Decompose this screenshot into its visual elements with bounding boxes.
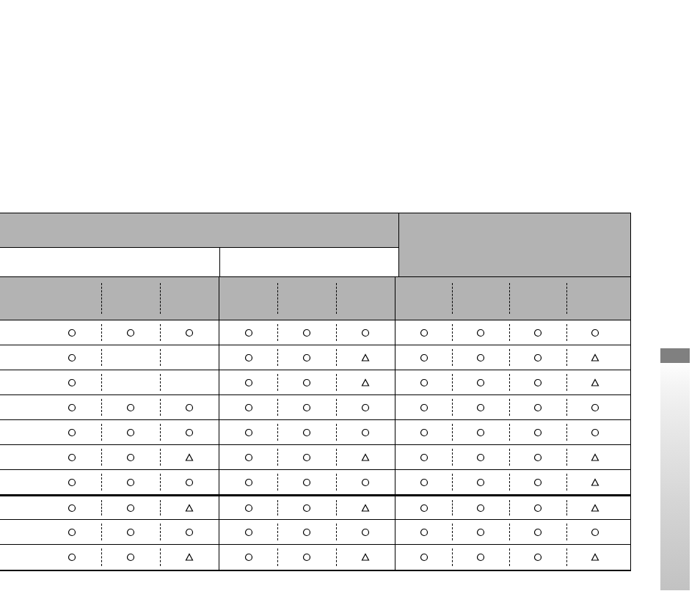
cell: [566, 395, 624, 419]
circle-icon: [476, 504, 485, 513]
circle-icon: [361, 478, 370, 487]
triangle-icon: [185, 453, 194, 462]
circle-icon: [420, 453, 429, 462]
cell: [43, 420, 101, 444]
cell: [219, 420, 277, 444]
circle-icon: [476, 353, 485, 362]
row-label: [0, 420, 43, 444]
circle-icon: [68, 403, 76, 412]
table-row: [0, 445, 630, 470]
circle-icon: [68, 378, 76, 387]
circle-icon: [476, 328, 485, 337]
cell: [219, 320, 277, 345]
cell: [43, 345, 101, 370]
circle-icon: [244, 403, 253, 412]
cell: [566, 496, 624, 519]
cell: [101, 470, 160, 494]
svg-point-67: [186, 529, 193, 535]
cell: [277, 420, 336, 444]
svg-point-49: [69, 479, 76, 485]
svg-point-60: [245, 504, 252, 511]
cell: [160, 320, 219, 345]
svg-point-41: [592, 429, 599, 436]
circle-icon: [244, 353, 253, 362]
circle-icon: [420, 328, 429, 337]
circle-icon: [244, 428, 253, 437]
col-head: [277, 277, 336, 320]
svg-point-30: [535, 404, 542, 411]
cell: [566, 320, 624, 345]
svg-point-45: [304, 454, 310, 460]
triangle-icon: [591, 353, 599, 362]
cell: [219, 545, 277, 570]
svg-point-6: [420, 329, 427, 336]
svg-point-44: [245, 454, 252, 460]
triangle-icon: [361, 453, 370, 462]
svg-point-62: [420, 504, 427, 511]
circle-icon: [68, 453, 76, 462]
svg-point-64: [535, 504, 542, 511]
circle-icon: [420, 378, 429, 387]
triangle-icon: [591, 553, 599, 562]
circle-icon: [420, 553, 429, 562]
svg-point-75: [69, 554, 76, 561]
svg-point-68: [245, 529, 252, 535]
svg-point-0: [69, 329, 76, 336]
svg-point-51: [186, 479, 193, 485]
cell: [395, 470, 452, 494]
cell: [452, 420, 509, 444]
cell: [219, 496, 277, 519]
circle-icon: [420, 528, 429, 537]
cell: [277, 345, 336, 370]
row-label: [0, 520, 43, 544]
table-row: [0, 370, 630, 395]
circle-icon: [126, 528, 135, 537]
cell: [452, 545, 509, 570]
page: [0, 0, 700, 613]
header-sub-mid: [220, 247, 399, 276]
svg-point-81: [535, 554, 542, 561]
svg-point-80: [478, 554, 484, 561]
cell: [336, 395, 395, 419]
circle-icon: [420, 428, 429, 437]
circle-icon: [476, 528, 485, 537]
cell: [219, 520, 277, 544]
circle-icon: [361, 403, 370, 412]
circle-icon: [533, 453, 542, 462]
table-row: [0, 320, 630, 345]
cell: [509, 395, 566, 419]
circle-icon: [68, 353, 76, 362]
svg-point-78: [304, 554, 310, 561]
circle-icon: [185, 328, 194, 337]
svg-point-7: [478, 329, 484, 336]
circle-icon: [126, 428, 135, 437]
page-tab-strip: [660, 334, 690, 598]
cell: [277, 395, 336, 419]
circle-icon: [126, 328, 135, 337]
cell: [509, 320, 566, 345]
svg-point-21: [535, 379, 542, 386]
col-head: [336, 277, 395, 320]
circle-icon: [244, 553, 253, 562]
circle-icon: [244, 378, 253, 387]
svg-point-52: [245, 479, 252, 485]
col-head: [43, 277, 101, 320]
cell: [219, 395, 277, 419]
cell: [101, 445, 160, 469]
svg-point-59: [128, 504, 134, 511]
cell: [566, 420, 624, 444]
triangle-icon: [591, 504, 599, 513]
circle-icon: [361, 528, 370, 537]
header-row-2: [0, 247, 630, 276]
circle-icon: [185, 428, 194, 437]
cell: [160, 370, 219, 394]
circle-icon: [420, 353, 429, 362]
circle-icon: [533, 504, 542, 513]
cell: [336, 496, 395, 519]
circle-icon: [533, 378, 542, 387]
cell: [509, 345, 566, 370]
cell: [395, 395, 452, 419]
svg-point-63: [478, 504, 484, 511]
cell: [336, 420, 395, 444]
triangle-icon: [361, 378, 370, 387]
